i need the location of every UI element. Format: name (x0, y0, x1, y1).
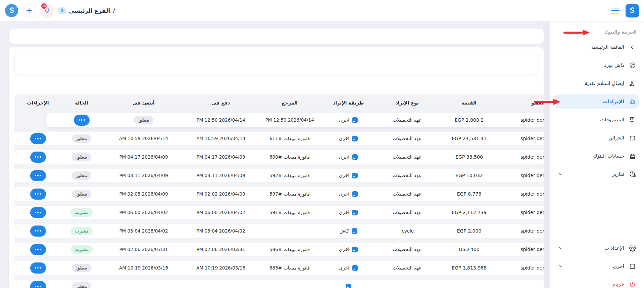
cell-member: spider demous (498, 247, 544, 252)
cell-reference: 591#فاتورة مبيعات (256, 210, 323, 215)
cell-actions (14, 207, 61, 218)
cell-amount: EGP 8,778 (441, 191, 498, 197)
column-header-status: الحالة (61, 100, 102, 106)
sidebar-item-label: الإيرادات (603, 98, 624, 105)
sidebar-item-label: داش بورد (604, 62, 624, 68)
topbar-left-group: / الفرع الرئيسي 1 +9 + (5, 4, 115, 18)
cell-paid_at: PM 03:11 2026/04/09 (186, 173, 256, 178)
column-header-reference: المرجع (256, 100, 323, 106)
revenues-table: العضوالقيمةنوع الإيرادطريقة الإيرادالمرج… (14, 94, 544, 288)
breadcrumb-separator: / (113, 7, 115, 14)
cell-type: Icycle (374, 228, 441, 234)
cell-created_at: AM 10:19 2026/03/16 (102, 265, 186, 271)
cell-member: spider demous (498, 210, 544, 215)
sidebar-item[interactable]: القائمة الرئيسية (555, 40, 639, 54)
table-row: spider demousEGP 1,003.2عهد التحصيلاتاخر… (46, 113, 544, 127)
pie-chart-icon (629, 170, 636, 178)
status-badge: معلق (72, 134, 91, 143)
row-actions-button[interactable] (30, 244, 46, 255)
row-actions-button[interactable] (30, 262, 46, 274)
app-topbar: / الفرع الرئيسي 1 +9 + (0, 0, 644, 22)
receipt-icon (629, 80, 636, 87)
cell-created_at: AM 10:59 2026/04/14 (102, 136, 186, 141)
cell-status: معلق (61, 264, 102, 272)
sidebar-item[interactable]: الإعدادات (555, 241, 639, 255)
notifications-button[interactable]: +9 (40, 4, 54, 18)
cell-reference: 597#فاتورة مبيعات (256, 191, 323, 197)
table-row: spider demousEGP 2,000IcycleكاشPM 05:04 … (14, 224, 544, 238)
row-actions-button[interactable] (74, 115, 90, 126)
annotation-arrow-treasury (563, 30, 590, 36)
cell-status: نشرت (61, 245, 102, 254)
brand-logo-circle[interactable] (5, 4, 18, 17)
sidebar-item[interactable]: الخزائن (555, 131, 639, 145)
row-actions-button[interactable] (30, 281, 46, 288)
column-header-actions: الإجراءات (14, 100, 61, 106)
row-actions-button[interactable] (30, 170, 46, 181)
status-badge: معلق (72, 190, 91, 198)
sidebar-item[interactable]: اخرى (555, 259, 639, 273)
sidebar-item-label: خروج (613, 281, 624, 287)
brand-s-icon (8, 6, 16, 15)
row-actions-button[interactable] (30, 133, 46, 144)
sidebar-spacer (555, 185, 639, 241)
wallet-icon (629, 134, 636, 141)
menu-toggle-button[interactable] (610, 6, 621, 15)
cell-method (323, 284, 374, 288)
breadcrumb[interactable]: / الفرع الرئيسي 1 (58, 7, 115, 14)
cell-method: اخرى (323, 210, 374, 215)
hamburger-icon (611, 8, 620, 9)
annotation-arrow-revenues (534, 99, 560, 105)
cell-member: spider demous (498, 265, 544, 271)
sidebar: الخزينة والبنوك القائمة الرئيسيةداش بورد… (549, 22, 644, 288)
sidebar-item[interactable]: خروج (555, 277, 639, 288)
brand-s-icon (628, 6, 636, 15)
status-badge: معلق (72, 153, 91, 161)
cell-status: معلق (61, 171, 102, 180)
cell-type: عهد التحصيلات (374, 210, 441, 215)
sidebar-item[interactable]: إيصال إستلام نقدية (555, 76, 639, 90)
row-actions-button[interactable] (30, 152, 46, 163)
cell-created_at: PM 04:17 2026/04/09 (102, 154, 186, 160)
cell-actions (14, 262, 61, 274)
cell-status (61, 115, 102, 126)
table-row: spider demousEGP 8,778عهد التحصيلاتاخرى5… (14, 187, 544, 201)
sidebar-item[interactable]: الإيرادات (555, 94, 639, 109)
cell-actions (14, 133, 61, 144)
sidebar-item[interactable]: حسابات البنوك (555, 149, 639, 163)
cell-member: spider demous (498, 228, 544, 234)
status-badge: معلق (72, 264, 91, 272)
table-header-row: العضوالقيمةنوع الإيرادطريقة الإيرادالمرج… (14, 94, 544, 111)
filter-bar[interactable] (14, 53, 538, 74)
sidebar-item[interactable]: تقارير (555, 167, 639, 181)
sidebar-item-label: الإعدادات (604, 245, 624, 251)
status-badge: معلق (72, 171, 91, 180)
cell-amount: EGP 1,813.968 (441, 265, 498, 271)
app-window: / الفرع الرئيسي 1 +9 + (0, 0, 644, 288)
payment-method-icon (352, 154, 358, 160)
payment-method-icon (352, 173, 358, 178)
sidebar-item[interactable]: داش بورد (555, 58, 639, 72)
cell-method: اخرى (323, 173, 374, 178)
row-actions-button[interactable] (30, 207, 46, 218)
sidebar-item-label: حسابات البنوك (593, 153, 624, 159)
sidebar-bottom-nav: الإعداداتاخرىخروج (555, 241, 639, 288)
cell-paid_at: AM 10:19 2026/03/16 (186, 265, 256, 271)
cell-method: اخرى (323, 247, 374, 252)
row-actions-button[interactable] (30, 189, 46, 200)
add-button[interactable]: + (22, 4, 36, 17)
cell-paid_at: PM 12:50 2026/04/14 (186, 117, 256, 123)
column-header-paid_at: دفع فى (186, 100, 256, 106)
payment-method-icon (352, 228, 357, 234)
cell-status: معلق (61, 190, 102, 198)
column-header-created_at: أنشئ فى (102, 100, 186, 106)
cell-method: اخرى (323, 154, 374, 160)
payment-method-icon (352, 191, 358, 197)
cell-paid_at: PM 04:17 2026/04/09 (186, 154, 256, 160)
brand-logo-square[interactable] (626, 4, 639, 17)
main-content: العضوالقيمةنوع الإيرادطريقة الإيرادالمرج… (9, 22, 544, 288)
row-actions-button[interactable] (30, 225, 46, 237)
payment-method-icon (352, 247, 358, 252)
sidebar-item[interactable]: المصروفات (555, 113, 639, 127)
table-row: معلق (14, 280, 544, 288)
